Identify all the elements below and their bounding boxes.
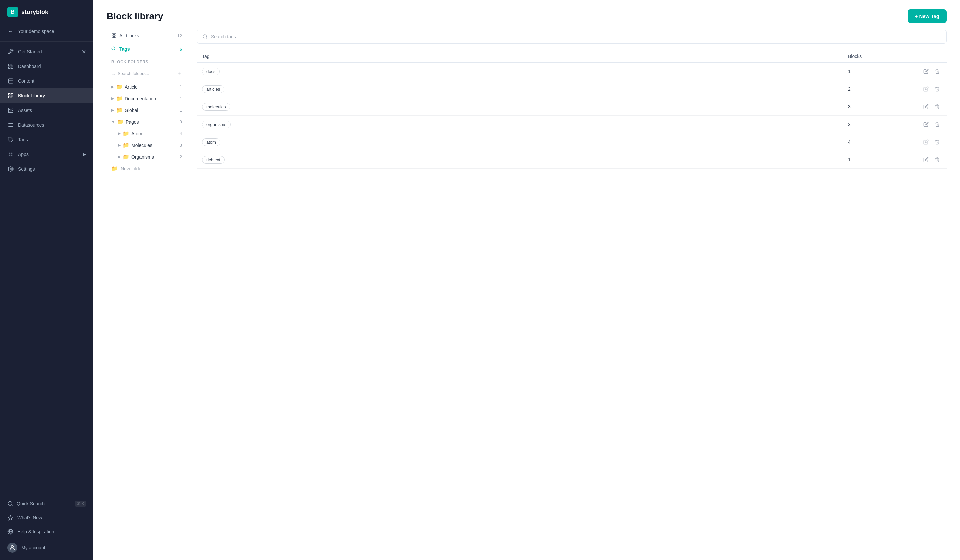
folder-arrow-pages: ▼	[111, 120, 115, 124]
actions-cell-atom	[915, 138, 941, 146]
main-content: Block library + New Tag All blocks 12 Ta…	[93, 0, 960, 560]
delete-button-atom[interactable]	[933, 138, 941, 146]
tag-badge-atom: atom	[202, 138, 220, 146]
whats-new-label: What's New	[18, 515, 42, 520]
folder-pages[interactable]: ▼ 📁 Pages 9	[107, 116, 187, 128]
folder-documentation[interactable]: ▶ 📁 Documentation 1	[107, 93, 187, 104]
edit-icon	[923, 122, 929, 127]
tag-cell-articles: articles	[202, 85, 848, 93]
wrench-icon	[7, 48, 14, 55]
assets-icon	[7, 107, 14, 114]
folder-name-pages: Pages	[126, 119, 139, 125]
main-header: Block library + New Tag	[93, 0, 960, 30]
edit-button-molecules[interactable]	[922, 103, 930, 110]
folder-name-documentation: Documentation	[125, 96, 156, 101]
content-icon	[7, 78, 14, 84]
block-folders-label: Block folders	[107, 56, 187, 66]
folder-name-global: Global	[125, 108, 138, 113]
new-folder-row[interactable]: 📁 New folder	[107, 163, 187, 174]
sidebar-item-help-inspiration[interactable]: Help & Inspiration	[0, 525, 93, 539]
folder-icon-molecules: 📁	[123, 142, 130, 148]
sidebar-item-block-library[interactable]: Block Library	[0, 88, 93, 103]
folder-article[interactable]: ▶ 📁 Article 1	[107, 81, 187, 93]
sidebar-item-settings[interactable]: Settings	[0, 162, 93, 176]
sidebar-item-whats-new[interactable]: What's New	[0, 510, 93, 525]
globe-icon	[7, 529, 13, 535]
svg-rect-8	[11, 96, 13, 98]
folder-arrow-documentation: ▶	[111, 96, 114, 101]
folder-count-documentation: 1	[180, 96, 182, 101]
folder-atom[interactable]: ▶ 📁 Atom 4	[107, 128, 187, 139]
filter-all-blocks-label: All blocks	[119, 33, 139, 38]
search-tags-bar	[197, 30, 947, 44]
sparkle-icon	[7, 515, 13, 521]
svg-point-32	[203, 35, 206, 38]
nav-label-content: Content	[18, 78, 86, 84]
svg-point-15	[9, 153, 10, 154]
datasources-icon	[7, 122, 14, 128]
folder-molecules[interactable]: ▶ 📁 Molecules 3	[107, 139, 187, 151]
folder-organisms[interactable]: ▶ 📁 Organisms 2	[107, 151, 187, 163]
edit-button-organisms[interactable]	[922, 120, 930, 128]
tag-cell-docs: docs	[202, 68, 848, 75]
delete-button-molecules[interactable]	[933, 103, 941, 110]
svg-rect-4	[8, 78, 13, 83]
delete-button-articles[interactable]	[933, 85, 941, 93]
delete-button-richtext[interactable]	[933, 156, 941, 164]
avatar	[7, 542, 18, 553]
edit-button-docs[interactable]	[922, 67, 930, 75]
table-header: Tag Blocks	[197, 50, 947, 62]
trash-icon	[935, 69, 940, 74]
blocks-cell-articles: 2	[848, 86, 915, 92]
svg-point-20	[8, 501, 12, 505]
dashboard-icon	[7, 63, 14, 70]
tag-badge-docs: docs	[202, 68, 220, 75]
quick-search-item[interactable]: Quick Search ⌘ K	[0, 497, 93, 510]
edit-button-atom[interactable]	[922, 138, 930, 146]
folder-icon-global: 📁	[116, 107, 123, 114]
space-label: Your demo space	[18, 29, 86, 34]
add-folder-button[interactable]: +	[176, 70, 182, 77]
folder-search-input[interactable]	[118, 71, 174, 76]
trash-icon	[935, 104, 940, 109]
filter-tags-label: Tags	[119, 46, 130, 52]
folder-count-global: 1	[180, 108, 182, 113]
folder-count-article: 1	[180, 84, 182, 89]
filter-all-blocks[interactable]: All blocks 12	[107, 30, 187, 42]
sidebar-item-datasources[interactable]: Datasources	[0, 118, 93, 132]
new-folder-icon: 📁	[111, 165, 118, 172]
sidebar-item-space[interactable]: ← Your demo space	[0, 24, 93, 39]
filter-tags[interactable]: Tags 6	[107, 43, 187, 55]
table-row: richtext 1	[197, 151, 947, 169]
svg-rect-26	[114, 34, 116, 35]
svg-rect-6	[11, 93, 13, 95]
svg-line-21	[11, 505, 12, 506]
folder-global[interactable]: ▶ 📁 Global 1	[107, 104, 187, 116]
edit-icon	[923, 86, 929, 92]
table-row: docs 1	[197, 62, 947, 80]
sidebar-item-tags[interactable]: Tags	[0, 132, 93, 147]
close-icon[interactable]: ✕	[82, 49, 86, 55]
tag-cell-molecules: molecules	[202, 103, 848, 110]
delete-button-docs[interactable]	[933, 67, 941, 75]
edit-icon	[923, 139, 929, 145]
blocks-cell-atom: 4	[848, 139, 915, 145]
new-tag-button[interactable]: + New Tag	[908, 9, 947, 23]
sidebar-item-get-started[interactable]: Get Started ✕	[0, 44, 93, 59]
edit-button-articles[interactable]	[922, 85, 930, 93]
edit-button-richtext[interactable]	[922, 156, 930, 164]
sidebar-item-apps[interactable]: Apps ▶	[0, 147, 93, 162]
sidebar-item-dashboard[interactable]: Dashboard	[0, 59, 93, 74]
folder-icon-organisms: 📁	[123, 154, 130, 160]
sidebar-logo[interactable]: B storyblok	[0, 0, 93, 24]
nav-label-apps: Apps	[18, 152, 79, 157]
sidebar-item-content[interactable]: Content	[0, 74, 93, 88]
trash-icon	[935, 157, 940, 162]
delete-button-organisms[interactable]	[933, 120, 941, 128]
nav-label-tags: Tags	[18, 137, 86, 142]
search-tags-input[interactable]	[211, 34, 941, 39]
folder-icon-pages: 📁	[117, 119, 124, 125]
folder-arrow-global: ▶	[111, 108, 114, 112]
sidebar-item-my-account[interactable]: My account	[0, 539, 93, 557]
sidebar-item-assets[interactable]: Assets	[0, 103, 93, 118]
